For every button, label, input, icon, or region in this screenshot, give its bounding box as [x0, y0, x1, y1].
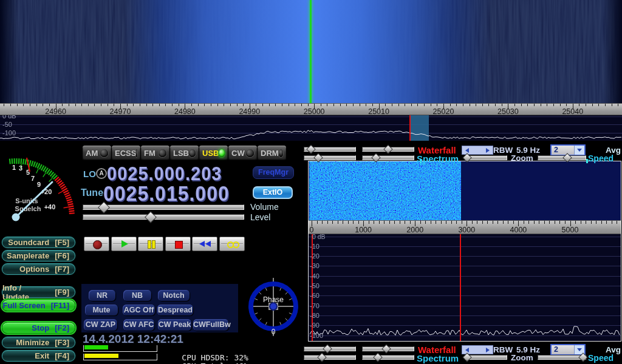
side-button-full-screen[interactable]: Full Screen[F11]: [2, 300, 75, 311]
loop-button[interactable]: [219, 237, 245, 251]
wf-brightness-slider[interactable]: [362, 346, 414, 351]
tune-frequency-value[interactable]: 0025.015.000: [103, 182, 230, 206]
dsp-button-cwfullbw[interactable]: CWFullBw: [193, 319, 228, 331]
scale-tick: [224, 104, 224, 106]
side-button-options[interactable]: Options[F7]: [2, 263, 75, 275]
freqmgr-button[interactable]: FreqMgr: [253, 166, 294, 179]
audio-waterfall-noise: [309, 161, 461, 220]
db-label: 0 dB: [312, 234, 326, 240]
scale-tick-label: 25000: [295, 107, 333, 115]
scale-tick: [204, 104, 205, 106]
dsp-button-mute[interactable]: Mute: [85, 305, 118, 315]
dsp-button-cw-afc[interactable]: CW AFC: [123, 319, 154, 331]
mode-button-usb[interactable]: USB: [199, 146, 228, 160]
rewind-button[interactable]: [192, 237, 217, 251]
play-button[interactable]: [111, 237, 137, 251]
spec-offset-slider[interactable]: [362, 355, 414, 360]
scale-tick: [392, 104, 392, 106]
scale-tick-label: 24970: [101, 107, 140, 115]
lo-lock-badge[interactable]: A: [96, 168, 107, 179]
mode-button-label: DRM: [261, 149, 279, 158]
level-slider[interactable]: [83, 214, 244, 220]
pause-button[interactable]: [138, 237, 163, 251]
audio-spectrum-display[interactable]: 0 dB-10-20-30-40-50-60-70-80-90-100: [309, 234, 621, 341]
scale-tick-label: 24980: [165, 107, 204, 115]
stop-button[interactable]: [165, 237, 191, 251]
mode-button-drm[interactable]: DRM: [258, 146, 286, 160]
speed-slider[interactable]: [538, 355, 586, 360]
slider-thumb[interactable]: [318, 352, 327, 362]
spec-range-slider[interactable]: [304, 155, 356, 160]
spectrum-label[interactable]: Spectrum: [417, 353, 459, 363]
scale-tick: [152, 104, 153, 106]
dsp-button-nb[interactable]: NB: [123, 290, 151, 301]
dsp-button-agc-off[interactable]: AGC Off: [123, 305, 155, 315]
scale-tick: [405, 221, 405, 224]
side-button-stop[interactable]: Stop[F2]: [2, 322, 75, 334]
scale-tick: [606, 221, 607, 224]
level-slider-thumb[interactable]: [145, 211, 157, 223]
scale-tick: [179, 104, 179, 106]
play-icon: [121, 240, 128, 248]
slider-thumb[interactable]: [323, 344, 332, 354]
main-frequency-scale[interactable]: 2496024970249802499025000250102502025030…: [0, 103, 622, 115]
spec-offset-slider[interactable]: [362, 155, 414, 160]
pause-icon: [148, 240, 151, 249]
scale-tick: [601, 221, 602, 224]
slider-thumb[interactable]: [373, 352, 383, 362]
zoom-slider[interactable]: [465, 155, 507, 160]
scale-tick: [269, 104, 270, 106]
slider-thumb[interactable]: [381, 344, 391, 354]
scale-tick: [23, 104, 24, 106]
record-button[interactable]: [84, 237, 109, 251]
mode-button-lsb[interactable]: LSB: [170, 146, 199, 160]
dsp-button-cw-zap[interactable]: CW ZAP: [84, 319, 117, 331]
wf-contrast-slider[interactable]: [304, 147, 356, 152]
main-spectrum-display[interactable]: 0 dB-50-100: [0, 115, 622, 141]
dsp-button-cw-peak[interactable]: CW Peak: [158, 319, 191, 331]
side-button-soundcard[interactable]: Soundcard[F5]: [2, 237, 75, 248]
scale-tick: [482, 221, 483, 224]
audio-frequency-scale[interactable]: 010002000300040005000: [309, 220, 621, 234]
avg-dropdown[interactable]: 2: [550, 344, 586, 356]
side-button-samplerate[interactable]: Samplerate[F6]: [2, 250, 75, 261]
extio-button[interactable]: ExtIO: [253, 186, 293, 199]
scale-tick: [301, 104, 302, 106]
audio-waterfall-display[interactable]: [309, 161, 621, 220]
mode-button-cw[interactable]: CW: [228, 146, 257, 160]
scale-tick: [488, 104, 489, 106]
side-button-label: Options: [19, 265, 49, 274]
dsp-button-despread[interactable]: Despread: [157, 305, 193, 315]
scale-tick: [372, 104, 373, 106]
wf-brightness-slider[interactable]: [362, 147, 414, 152]
side-button-minimize[interactable]: Minimize[F3]: [2, 337, 75, 348]
spin-left-icon[interactable]: [465, 148, 469, 153]
dsp-button-notch[interactable]: Notch: [158, 290, 190, 301]
zoom-slider[interactable]: [465, 355, 507, 360]
mode-button-ecss[interactable]: ECSS: [112, 146, 140, 160]
speed-slider[interactable]: [538, 155, 586, 160]
db-label: -70: [310, 302, 320, 309]
dropdown-arrow-icon[interactable]: [574, 146, 584, 155]
main-waterfall-display[interactable]: [0, 0, 622, 103]
scale-tick: [553, 104, 554, 106]
spin-left-icon[interactable]: [465, 348, 469, 352]
side-button-exit[interactable]: Exit[F4]: [2, 350, 75, 362]
spec-range-slider[interactable]: [304, 355, 356, 360]
spin-right-icon[interactable]: [486, 148, 490, 153]
mode-button-am[interactable]: AM: [83, 146, 111, 160]
avg-dropdown-value[interactable]: 2: [552, 345, 574, 354]
slider-thumb[interactable]: [306, 144, 316, 154]
scale-tick: [493, 221, 493, 224]
scale-tick: [384, 221, 384, 224]
spin-right-icon[interactable]: [486, 348, 490, 352]
avg-dropdown-value[interactable]: 2: [552, 146, 574, 155]
wf-contrast-slider[interactable]: [304, 346, 356, 351]
spectrum-label[interactable]: Spectrum: [417, 153, 459, 164]
volume-slider[interactable]: [83, 204, 244, 210]
side-button-info-update[interactable]: Info / Update[F9]: [2, 286, 75, 298]
db-label: -90: [310, 322, 320, 329]
mode-button-fm[interactable]: FM: [141, 146, 169, 160]
slider-thumb[interactable]: [383, 144, 393, 154]
dsp-button-nr[interactable]: NR: [89, 290, 115, 301]
